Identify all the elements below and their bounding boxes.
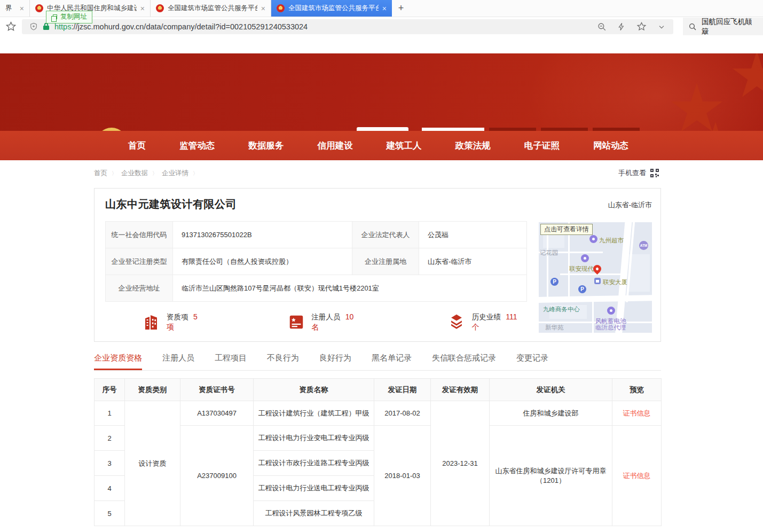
map-road: [560, 273, 623, 275]
legal-rep-label: 企业法定代表人: [352, 222, 419, 248]
tab-dishonesty-records[interactable]: 失信联合惩戒记录: [432, 353, 496, 370]
stat-label: 注册人员: [311, 313, 340, 321]
authority-cell: 住房和城乡建设部: [490, 401, 612, 426]
tab-close-icon[interactable]: [20, 5, 24, 12]
map-pin-icon: [607, 307, 615, 315]
reg-type-label: 企业登记注册类型: [106, 248, 173, 275]
certificate-info-link[interactable]: 证书信息: [623, 472, 651, 480]
tab-close-icon[interactable]: [261, 5, 265, 12]
map-parking-icon: P: [578, 285, 586, 293]
seq-cell: 4: [95, 476, 125, 501]
map-label-lianan-tower: 联安大厦: [603, 278, 627, 286]
company-location-map[interactable]: 点击可查看详情 九州超市 ATM 记花园 联安现代城 联安大厦 P P 九峰商务…: [539, 222, 652, 333]
map-atm-icon: ATM: [639, 241, 648, 250]
col-cert-no: 资质证书号: [180, 379, 254, 401]
breadcrumb-enterprise-data[interactable]: 企业数据: [121, 169, 148, 178]
seq-cell: 2: [95, 426, 125, 451]
omnibox-action-icons: [597, 21, 666, 32]
nav-item-e-license[interactable]: 电子证照: [524, 140, 560, 152]
nav-item-data-service[interactable]: 数据服务: [248, 140, 284, 152]
tab-close-icon[interactable]: [140, 5, 145, 12]
preview-cell: 证书信息: [612, 401, 662, 426]
tab-bad-behavior[interactable]: 不良行为: [267, 353, 299, 370]
site-header: 中华人民共和国住房和城乡建设部 www.mohurd.gov.cn 全国建筑市场…: [0, 53, 763, 131]
mobile-view-label: 手机查看: [618, 168, 646, 178]
browser-tab-jzsc[interactable]: 全国建筑市场监管公共服务平台: [151, 0, 271, 17]
reg-type-value: 有限责任公司（自然人投资或控股）: [173, 248, 352, 275]
seq-cell: 3: [95, 451, 125, 476]
nav-item-site-news[interactable]: 网站动态: [593, 140, 628, 152]
tab-registered-personnel[interactable]: 注册人员: [162, 353, 194, 370]
certificate-info-link[interactable]: 证书信息: [623, 409, 651, 417]
nav-item-policy[interactable]: 政策法规: [455, 140, 491, 152]
tab-blacklist[interactable]: 黑名单记录: [372, 353, 412, 370]
company-region: 山东省-临沂市: [608, 200, 652, 210]
bookmark-star-icon[interactable]: [5, 21, 17, 32]
mobile-view-control[interactable]: 手机查看: [618, 168, 659, 178]
tab-change-records[interactable]: 变更记录: [516, 353, 548, 370]
map-pin-icon: [581, 254, 589, 262]
stat-registered-personnel[interactable]: 注册人员 10 名: [288, 312, 363, 332]
map-road: [547, 228, 548, 297]
reg-region-value: 山东省-临沂市: [419, 248, 527, 275]
browser-window: 界 中华人民共和国住房和城乡建设 全国建筑市场监管公共服务平台 全国建筑市场监管…: [0, 0, 763, 532]
main-navigation: 首页 监管动态 数据服务 信用建设 建筑工人 政策法规 电子证照 网站动态: [0, 131, 763, 160]
browser-url-bar: https://jzsc.mohurd.gov.cn/data/company/…: [0, 18, 763, 35]
map-block: [628, 254, 650, 292]
issue-date-cell: 2018-01-03: [374, 426, 431, 526]
search-icon: [688, 22, 697, 31]
nav-item-supervision[interactable]: 监管动态: [179, 140, 215, 152]
issue-date-cell: 2017-08-02: [374, 401, 431, 426]
qual-name-cell: 工程设计电力行业变电工程专业丙级: [254, 426, 374, 451]
company-summary-card: 山东中元建筑设计有限公司 山东省-临沂市 统一社会信用代码 9137130267…: [94, 188, 661, 342]
stat-historical-projects[interactable]: 历史业绩 111 个: [447, 312, 526, 332]
preview-cell: 证书信息: [612, 426, 662, 526]
quick-search-query: 国航回应飞机颠簸: [702, 17, 758, 36]
stat-qualifications[interactable]: 资质项 5 项: [142, 312, 207, 332]
tab-title: 全国建筑市场监管公共服务平台: [288, 4, 379, 13]
stat-label: 资质项: [167, 313, 188, 321]
breadcrumb-separator-icon: [112, 169, 117, 177]
platform-qr-code: [357, 127, 408, 131]
nav-item-credit[interactable]: 信用建设: [317, 140, 352, 152]
address-omnibox[interactable]: https://jzsc.mohurd.gov.cn/data/company/…: [22, 19, 673, 34]
qual-name-cell: 工程设计市政行业道路工程专业丙级: [254, 451, 374, 476]
secure-lock-icon[interactable]: [43, 22, 50, 30]
zoom-out-icon[interactable]: [597, 22, 607, 32]
chevron-down-icon[interactable]: [657, 22, 666, 31]
tab-projects[interactable]: 工程项目: [215, 353, 247, 370]
col-preview: 预览: [612, 379, 662, 401]
breadcrumb-home[interactable]: 首页: [94, 169, 107, 178]
map-pin-icon: [589, 235, 597, 243]
browser-quick-search[interactable]: 国航回应飞机颠簸: [683, 18, 763, 35]
browser-tab-partial[interactable]: 界: [0, 0, 30, 17]
page-url[interactable]: https://jzsc.mohurd.gov.cn/data/company/…: [54, 22, 308, 31]
browser-tab-active[interactable]: 全国建筑市场监管公共服务平台: [271, 0, 392, 17]
qr-code-icon: [650, 169, 659, 177]
company-stats-row: 资质项 5 项 注册人员 10 名: [105, 308, 526, 336]
nav-item-home[interactable]: 首页: [128, 140, 146, 152]
address-label: 企业经营地址: [106, 275, 173, 302]
shield-permissions-icon[interactable]: [29, 22, 38, 31]
layers-icon: [447, 313, 466, 331]
map-parking-icon: P: [550, 278, 559, 286]
col-valid-until: 发证有效期: [431, 379, 490, 401]
table-row: 统一社会信用代码 91371302675501022B 企业法定代表人 公茂福: [106, 222, 527, 248]
legal-rep-value: 公茂福: [419, 222, 527, 248]
building-icon: [142, 313, 160, 331]
tab-qualifications[interactable]: 企业资质资格: [94, 353, 142, 370]
favorite-star-icon[interactable]: [636, 21, 647, 32]
flash-extension-icon[interactable]: [617, 22, 626, 32]
breadcrumb-separator-icon: [152, 169, 158, 177]
new-tab-button[interactable]: [392, 0, 410, 17]
col-seq: 序号: [95, 379, 125, 401]
nav-item-workers[interactable]: 建筑工人: [387, 140, 422, 152]
tab-good-behavior[interactable]: 良好行为: [319, 353, 351, 370]
tab-close-icon[interactable]: [382, 5, 387, 12]
breadcrumb: 首页 企业数据 企业详情: [94, 169, 198, 178]
table-row: 企业登记注册类型 有限责任公司（自然人投资或控股） 企业注册属地 山东省-临沂市: [106, 248, 527, 275]
tab-title: 全国建筑市场监管公共服务平台: [168, 4, 257, 13]
breadcrumb-enterprise-detail[interactable]: 企业详情: [162, 169, 188, 178]
qual-name-cell: 工程设计电力行业送电工程专业丙级: [254, 476, 374, 501]
stat-label: 历史业绩: [472, 313, 501, 321]
